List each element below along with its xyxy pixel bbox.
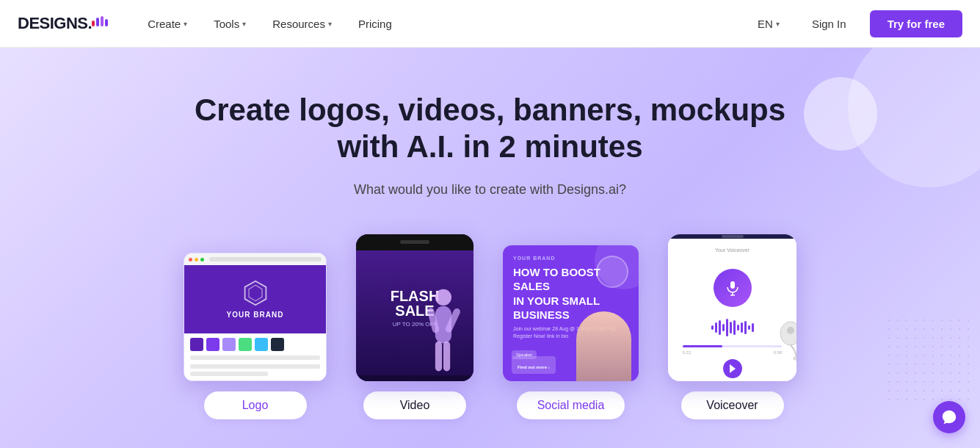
svg-rect-2 [101,16,104,26]
play-icon [729,364,736,373]
svg-rect-0 [92,21,95,26]
svg-point-17 [787,327,794,334]
card-social[interactable]: YOUR BRAND HOW TO BOOST SALESIN YOUR SMA… [503,245,639,419]
video-label-button[interactable]: Video [363,391,466,419]
logo[interactable]: DESIGNS. [18,14,114,33]
nav-links: Create ▾ Tools ▾ Resources ▾ Pricing [137,12,749,36]
chevron-down-icon: ▾ [242,20,246,28]
sign-in-button[interactable]: Sign In [797,12,861,36]
svg-rect-1 [96,18,99,26]
logo-label-button[interactable]: Logo [204,391,307,419]
logo-ai-icon [92,15,114,32]
chat-icon [941,409,957,425]
social-label-button[interactable]: Social media [517,391,625,419]
language-selector[interactable]: EN ▾ [749,12,788,36]
chevron-down-icon: ▾ [184,20,187,28]
logo-preview: YOUR BRAND [184,253,327,381]
nav-create[interactable]: Create ▾ [137,12,197,36]
navbar: DESIGNS. Create ▾ Tools ▾ Resources ▾ Pr… [0,0,980,48]
card-logo[interactable]: YOUR BRAND Logo [184,253,327,419]
logo-text: DESIGNS. [18,14,92,33]
mic-icon [724,279,741,297]
chevron-down-icon: ▾ [328,20,332,28]
svg-point-6 [435,289,451,306]
hero-section: Create logos, videos, banners, mockups w… [0,48,980,448]
svg-rect-3 [105,19,108,26]
voiceover-preview: Your Voiceover [668,234,796,381]
svg-rect-10 [435,342,442,372]
voiceover-label-button[interactable]: Voiceover [681,391,784,419]
nav-pricing[interactable]: Pricing [348,12,402,36]
card-voiceover[interactable]: Your Voiceover [668,234,796,419]
chevron-down-icon: ▾ [776,20,780,28]
svg-marker-15 [730,364,736,373]
hero-title: Create logos, videos, banners, mockups w… [189,92,791,166]
cards-row: YOUR BRAND Logo [184,234,796,419]
earbuds-icon [774,320,796,361]
video-preview: FLASHSALE UP TO 20% OFF [356,234,473,381]
svg-rect-12 [730,281,735,289]
figure-icon [423,287,463,375]
nav-resources[interactable]: Resources ▾ [262,12,342,36]
svg-rect-11 [443,342,450,372]
svg-point-18 [793,356,796,361]
deco-dots [885,316,973,404]
deco-circle-2 [848,48,980,187]
social-preview: YOUR BRAND HOW TO BOOST SALESIN YOUR SMA… [503,245,639,381]
try-free-button[interactable]: Try for free [870,10,962,37]
hero-subtitle: What would you like to create with Desig… [354,182,626,198]
nav-tools[interactable]: Tools ▾ [203,12,256,36]
nav-right: EN ▾ Sign In Try for free [749,10,962,37]
hex-icon [242,280,269,306]
card-video[interactable]: FLASHSALE UP TO 20% OFF Video [356,234,473,419]
svg-marker-5 [249,285,262,301]
chat-bubble-button[interactable] [933,401,965,433]
